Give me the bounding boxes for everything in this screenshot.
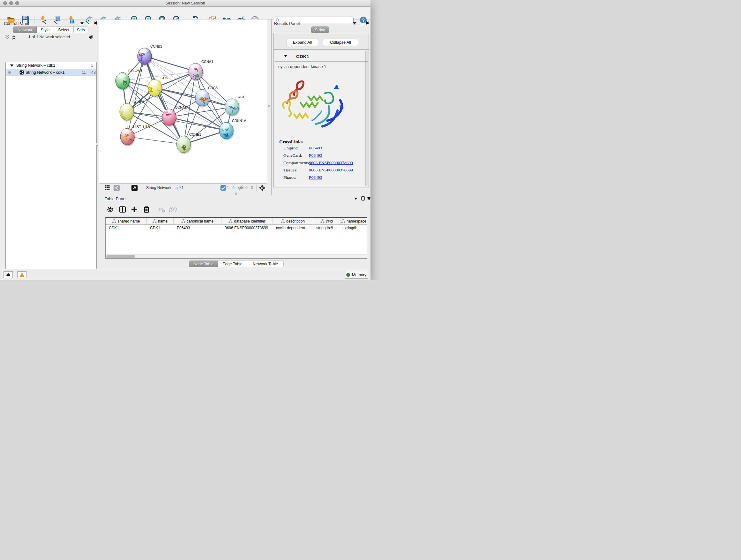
node-CDC6[interactable]	[195, 89, 209, 106]
node-label-CDC25B: CDC25B	[128, 69, 142, 73]
node-RB1[interactable]	[225, 99, 239, 118]
network-options-gear-icon[interactable]	[88, 34, 94, 40]
collapse-panel-icon[interactable]	[353, 22, 356, 24]
network-collection-row[interactable]: String Network – cdk1 1	[6, 62, 96, 69]
network-graph[interactable]: CCNB2 CCNA1 CDC25B CDK1 CDC6 RB1 CCNB1 C…	[99, 19, 268, 183]
node-label-CDK1: CDK1	[160, 76, 170, 80]
network-row-selected[interactable]: String Network – cdk1 11 48	[6, 69, 96, 76]
float-panel-icon[interactable]	[88, 21, 91, 25]
birds-eye-view-icon[interactable]	[131, 185, 138, 191]
tab-network-table[interactable]: Network Table	[247, 260, 284, 267]
node-CDC25B[interactable]	[116, 72, 130, 93]
cloud-status-button[interactable]	[3, 271, 13, 278]
table-options-gear-icon[interactable]	[106, 206, 114, 213]
crosslink-link[interactable]: P06493	[309, 153, 322, 158]
tab-style[interactable]: Style	[37, 26, 54, 33]
node-CDKN1A[interactable]	[219, 122, 233, 139]
node-HIST1H1A[interactable]	[120, 128, 137, 145]
right-splitter-handle[interactable]	[268, 105, 270, 107]
crosslink-link[interactable]: 9606.ENSP00000378699	[309, 168, 353, 173]
create-column-plus-icon[interactable]	[131, 206, 138, 213]
edge-CCNB2-CCNE1[interactable]	[145, 56, 184, 144]
table-horizontal-scrollbar[interactable]	[106, 254, 367, 258]
edge-CDK1-RB1[interactable]	[155, 88, 232, 107]
crosslink-label: Tissues:	[283, 168, 297, 173]
table-header-row: shared namenamecanonical namedatabase id…	[106, 218, 367, 225]
crosslink-link[interactable]: P06493	[309, 175, 322, 180]
close-panel-icon[interactable]: ✖	[367, 196, 370, 200]
column-header-database-identifier[interactable]: database identifier	[221, 218, 273, 225]
collapse-panel-icon[interactable]	[354, 198, 357, 200]
expand-all-button[interactable]: Expand All	[286, 39, 318, 46]
fit-content-icon[interactable]	[259, 185, 266, 191]
string-badge-icon[interactable]	[113, 185, 120, 191]
float-panel-icon[interactable]	[360, 21, 363, 25]
hidden-count-icon[interactable]	[238, 185, 244, 191]
crosslink-label: Pharos:	[283, 175, 296, 180]
node-CCNB2[interactable]	[138, 48, 152, 64]
crosslink-link[interactable]: 9606.ENSP00000378699	[309, 160, 353, 165]
memory-button[interactable]: Memory	[345, 271, 368, 279]
network-row-label: String Network – cdk1	[25, 70, 64, 75]
main-toolbar: ?	[0, 7, 370, 19]
table-cell[interactable]: CDK1	[147, 225, 174, 231]
column-header-id[interactable]: @id	[313, 218, 340, 225]
horizontal-splitter-handle[interactable]	[235, 192, 237, 195]
crosslink-link[interactable]: P06493	[309, 145, 322, 151]
node-CCNB1[interactable]	[120, 104, 134, 121]
table-cell[interactable]: 9606.ENSP00000378699	[221, 225, 273, 231]
node-CCNA2[interactable]	[162, 109, 176, 125]
warning-icon	[19, 272, 24, 277]
show-grid-icon[interactable]	[104, 185, 111, 191]
delete-column-trash-icon[interactable]	[143, 206, 150, 213]
tab-network[interactable]: Network	[13, 26, 37, 33]
close-panel-icon[interactable]: ✖	[365, 21, 369, 25]
entry-expander-icon[interactable]	[284, 55, 287, 57]
selected-count-icon[interactable]	[220, 185, 226, 191]
collection-label: String Network – cdk1	[16, 63, 55, 68]
tab-select[interactable]: Select	[54, 26, 74, 33]
crosslink-label: GeneCard:	[283, 153, 302, 158]
show-columns-icon[interactable]	[119, 206, 126, 213]
tab-edge-table[interactable]: Edge Table	[218, 260, 247, 267]
separator	[274, 50, 368, 50]
warnings-button[interactable]	[17, 271, 26, 278]
network-canvas[interactable]: CCNB2 CCNA1 CDC25B CDK1 CDC6 RB1 CCNB1 C…	[99, 19, 267, 183]
table-cell[interactable]: stringdb	[340, 225, 367, 231]
table-body: CDK1CDK1P064939606.ENSP00000378699cyclin…	[106, 225, 367, 231]
column-header-canonical-name[interactable]: canonical name	[174, 218, 221, 225]
results-panel: Results Panel ✖ String Expand All Collap…	[271, 19, 370, 195]
edge-CCNB2-CCNA1[interactable]	[145, 56, 196, 71]
close-panel-icon[interactable]: ✖	[94, 21, 98, 25]
column-header-name[interactable]: name	[147, 218, 174, 225]
edge-HIST1H1A-CCNE1[interactable]	[127, 137, 184, 144]
tab-string[interactable]: String	[311, 26, 329, 33]
table-cell[interactable]: P06493	[174, 225, 221, 231]
protein-name: CDK1	[296, 54, 309, 59]
tab-sets[interactable]: Sets	[74, 26, 88, 33]
collection-count: 1	[91, 63, 93, 68]
table-cell[interactable]: cyclin-dependent ...	[273, 225, 313, 231]
crosslink-row: Uniprot: P06493	[275, 145, 367, 152]
column-header-namespace[interactable]: namespace	[340, 218, 367, 225]
column-header-shared-name[interactable]: shared name	[106, 218, 147, 225]
collapse-all-button[interactable]: Collapse All	[323, 39, 358, 46]
node-label-RB1: RB1	[238, 95, 245, 99]
crosslink-row: Tissues: 9606.ENSP00000378699	[275, 168, 367, 175]
delete-table-icon[interactable]	[158, 206, 165, 213]
collapse-panel-icon[interactable]	[80, 22, 84, 24]
scrollbar-thumb[interactable]	[106, 255, 135, 258]
node-CCNE1[interactable]	[177, 136, 191, 152]
node-label-CCNB2: CCNB2	[150, 44, 162, 48]
collection-expander-icon[interactable]	[10, 64, 13, 67]
tab-node-table[interactable]: Node Table	[189, 260, 218, 267]
table-cell[interactable]: CDK1	[106, 225, 147, 231]
column-header-description[interactable]: description	[273, 218, 313, 225]
network-view-toolbar: String Network – cdk1 1 - 0 0 - 0	[99, 183, 267, 192]
protein-entry-header[interactable]: CDK1	[275, 51, 367, 62]
table-row[interactable]: CDK1CDK1P064939606.ENSP00000378699cyclin…	[106, 225, 367, 231]
float-panel-icon[interactable]	[361, 196, 365, 200]
network-list-toolbar: 1 of 1 Network selected	[1, 34, 97, 41]
left-splitter-handle[interactable]	[96, 143, 98, 145]
table-cell[interactable]: stringdb:9...	[313, 225, 340, 231]
